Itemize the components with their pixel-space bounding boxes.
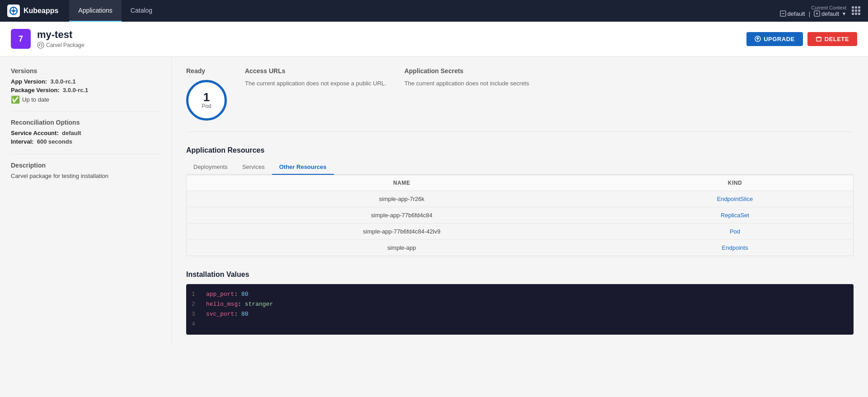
apps-grid-icon[interactable] [852,6,861,15]
app-version-value: 3.0.0-rc.1 [50,78,75,85]
app-version-row: App Version: 3.0.0-rc.1 [11,78,160,85]
ready-section: Ready 1 Pod [186,67,227,121]
description-section: Description Carvel package for testing i… [11,162,160,188]
app-type: Carvel Package [37,42,84,49]
package-version-label: Package Version: [11,87,60,93]
context-values: default | default ▼ [780,10,846,17]
access-urls-section: Access URLs The current application does… [245,67,386,121]
access-urls-text: The current application does not expose … [245,80,386,87]
table-row: simple-app-77b6fd4c84-42lv9 Pod [187,224,854,240]
upgrade-button[interactable]: UPGRADE [746,32,803,46]
code-value: stranger [245,301,273,308]
pod-label: Pod [202,103,211,109]
tab-deployments[interactable]: Deployments [186,160,235,175]
ready-title: Ready [186,67,227,75]
info-row: Ready 1 Pod Access URLs The current appl… [186,67,854,132]
code-value: 80 [241,291,249,298]
carvel-icon [37,42,44,49]
context-chevron-icon[interactable]: ▼ [842,11,846,16]
resource-tabs: Deployments Services Other Resources [186,160,854,175]
code-content: svc_port: 80 [206,309,249,319]
context-label: Current Context [780,5,846,10]
nav-tab-applications[interactable]: Applications [69,0,122,22]
line-num: 2 [192,299,199,309]
upgrade-icon [755,36,761,42]
context-separator: | [809,10,810,17]
installation-values-title: Installation Values [186,271,854,279]
code-content: hello_msg: stranger [206,299,273,309]
row-name: simple-app-7r26k [187,191,617,207]
versions-title: Versions [11,67,160,75]
svg-point-8 [816,13,818,14]
row-name: simple-app-77b6fd4c84-42lv9 [187,224,617,240]
pod-circle: 1 Pod [186,80,227,121]
code-key: hello_msg [206,301,238,308]
svg-point-10 [39,45,40,46]
app-secrets-section: Application Secrets The current applicat… [404,67,529,121]
context-area: Current Context default | default ▼ [780,5,846,17]
logo-area: Kubeapps [7,5,58,17]
app-title-area: my-test Carvel Package [37,29,84,49]
body-layout: Versions App Version: 3.0.0-rc.1 Package… [0,56,868,346]
tab-services[interactable]: Services [235,160,272,175]
code-key: app_port [206,291,234,298]
row-kind: EndpointSlice [617,191,854,207]
row-kind: ReplicaSet [617,207,854,224]
resource-table: NAME KIND simple-app-7r26k EndpointSlice… [186,175,854,256]
kubeapps-logo-icon [7,5,20,17]
sidebar: Versions App Version: 3.0.0-rc.1 Package… [0,56,172,346]
interval-label: Interval: [11,138,34,145]
col-name: NAME [187,175,617,191]
installation-values-section: Installation Values 1 app_port: 80 2 hel… [186,271,854,335]
delete-icon [816,36,822,42]
app-secrets-title: Application Secrets [404,67,529,75]
up-to-date: ✅ Up to date [11,95,160,104]
svg-rect-12 [816,37,821,41]
app-secrets-text: The current application does not include… [404,80,529,87]
code-key: svc_port [206,311,234,318]
main-panel: Ready 1 Pod Access URLs The current appl… [172,56,868,346]
service-account-value: default [62,130,81,136]
cluster-icon [814,10,820,17]
service-account-label: Service Account: [11,130,59,136]
access-urls-title: Access URLs [245,67,386,75]
pod-count: 1 [203,91,210,103]
code-line: 1 app_port: 80 [192,290,848,299]
description-text: Carvel package for testing installation [11,173,160,179]
row-name: simple-app-77b6fd4c84 [187,207,617,224]
interval-value: 600 seconds [37,138,72,145]
nav-tabs: Applications Catalog [69,0,161,22]
row-kind: Endpoints [617,240,854,256]
package-version-value: 3.0.0-rc.1 [63,87,88,93]
nav-tab-catalog[interactable]: Catalog [122,0,161,22]
namespace-icon [780,10,786,17]
row-name: simple-app [187,240,617,256]
header-actions: UPGRADE DELETE [746,32,857,46]
svg-point-9 [38,42,44,48]
code-content: app_port: 80 [206,290,249,299]
col-kind: KIND [617,175,854,191]
code-line-empty: 4 [192,319,848,329]
table-row: simple-app-7r26k EndpointSlice [187,191,854,207]
line-num: 3 [192,309,199,319]
line-num: 1 [192,290,199,299]
logo-text: Kubeapps [23,7,58,15]
table-row: simple-app-77b6fd4c84 ReplicaSet [187,207,854,224]
reconciliation-title: Reconciliation Options [11,119,160,126]
app-icon: 7 [11,29,31,49]
code-line: 3 svc_port: 80 [192,309,848,319]
context-cluster: default [814,10,839,17]
description-title: Description [11,162,160,169]
app-header: 7 my-test Carvel Package UPGRADE DELETE [0,22,868,56]
resources-section: Application Resources Deployments Servic… [186,146,854,256]
delete-button[interactable]: DELETE [807,32,857,46]
table-row: simple-app Endpoints [187,240,854,256]
code-block: 1 app_port: 80 2 hello_msg: stranger 3 s… [186,284,854,335]
versions-section: Versions App Version: 3.0.0-rc.1 Package… [11,67,160,112]
line-num: 4 [192,319,199,329]
tab-other-resources[interactable]: Other Resources [272,160,334,175]
code-value: 80 [241,311,249,318]
app-name: my-test [37,29,84,41]
header-right: Current Context default | default ▼ [780,5,861,17]
interval-row: Interval: 600 seconds [11,138,160,145]
